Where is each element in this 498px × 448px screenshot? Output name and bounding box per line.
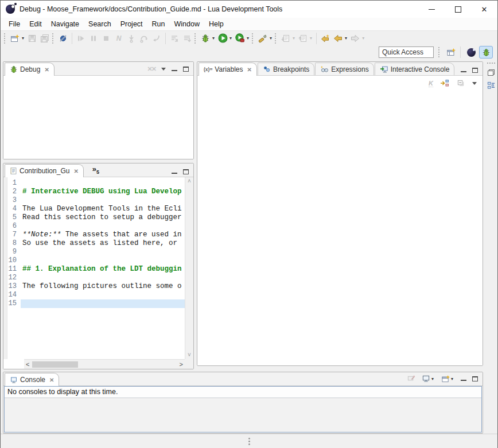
show-type-names-button[interactable]: K — [429, 80, 433, 87]
debug-button[interactable] — [199, 32, 212, 45]
close-tab-icon[interactable]: ✕ — [73, 168, 78, 174]
step-filters-button[interactable] — [168, 32, 181, 45]
step-into-button[interactable] — [125, 32, 138, 45]
editor-line[interactable]: 2# Interactive DEBUG using Lua Develop — [3, 188, 185, 196]
next-annotation-button[interactable] — [279, 32, 292, 45]
tab-interactive-console[interactable]: Interactive Console — [375, 63, 455, 75]
editor-line[interactable]: 11## 1. Explanation of the LDT debuggin — [3, 265, 185, 274]
previous-annotation-dropdown[interactable]: ▾ — [310, 36, 312, 41]
view-menu-button[interactable] — [161, 68, 166, 71]
editor-line[interactable]: 15 — [3, 299, 185, 308]
tab-contribution-guide[interactable]: Contribution_Gu ✕ — [5, 164, 84, 177]
back-button[interactable] — [332, 32, 344, 45]
minimize-view-button[interactable] — [172, 67, 177, 71]
scrollbar-track[interactable] — [31, 361, 177, 368]
menu-edit[interactable]: Edit — [25, 19, 46, 29]
run-dropdown[interactable]: ▾ — [229, 36, 232, 41]
line-number[interactable]: 3 — [3, 196, 21, 205]
editor-line[interactable]: 5Read this section to setup a debugger — [3, 213, 185, 222]
close-tab-icon[interactable]: ✕ — [44, 67, 49, 73]
close-tab-icon[interactable]: ✕ — [49, 377, 54, 383]
line-number[interactable]: 5 — [3, 213, 21, 222]
external-tools-button[interactable] — [256, 32, 269, 45]
debug-view-content[interactable] — [3, 76, 193, 159]
scrollbar-thumb[interactable] — [32, 361, 78, 368]
line-number[interactable]: 7 — [3, 231, 21, 239]
skip-all-breakpoints-button[interactable] — [57, 32, 69, 45]
menu-navigate[interactable]: Navigate — [46, 19, 84, 29]
previous-annotation-button[interactable] — [297, 32, 309, 45]
editor-horizontal-scrollbar[interactable]: ˂ ˃ — [24, 359, 185, 369]
suspend-button[interactable] — [87, 32, 100, 45]
open-console-dropdown[interactable]: ▾ — [451, 376, 453, 381]
editor-line[interactable]: 3 — [3, 196, 185, 205]
last-edit-location-button[interactable] — [319, 32, 332, 45]
line-number[interactable]: 8 — [3, 239, 21, 248]
maximize-window-button[interactable] — [445, 1, 471, 18]
editor-line[interactable]: 1 — [3, 179, 185, 188]
line-number[interactable]: 14 — [3, 291, 21, 299]
open-perspective-button[interactable] — [444, 46, 458, 59]
quick-access-input[interactable] — [379, 46, 434, 58]
coverage-button[interactable] — [234, 32, 246, 45]
next-annotation-dropdown[interactable]: ▾ — [293, 36, 295, 41]
toolbar-drag-handle[interactable] — [275, 33, 277, 44]
tab-overflow-indicator[interactable]: » 5 — [92, 166, 99, 177]
forward-button[interactable] — [349, 32, 361, 45]
scroll-up-icon[interactable]: ˄ — [188, 178, 191, 184]
editor-line[interactable]: 13The following pictures outline some o — [3, 282, 185, 291]
minimize-window-button[interactable] — [418, 1, 445, 18]
view-menu-button[interactable] — [472, 82, 477, 85]
debug-perspective-button[interactable] — [479, 46, 493, 59]
scroll-right-icon[interactable]: ˃ — [180, 361, 183, 367]
forward-dropdown[interactable]: ▾ — [362, 36, 364, 41]
toolbar-drag-handle[interactable] — [4, 33, 6, 44]
close-tab-icon[interactable]: ✕ — [247, 67, 252, 73]
outline-view-button[interactable] — [487, 81, 496, 89]
editor-line[interactable]: 8So use the assets as listed here, or — [3, 239, 185, 248]
line-number[interactable]: 15 — [3, 299, 21, 308]
maximize-view-button[interactable] — [472, 376, 478, 381]
maximize-view-button[interactable] — [183, 169, 189, 174]
menu-project[interactable]: Project — [116, 19, 147, 29]
editor-line[interactable]: 12 — [3, 274, 185, 282]
editor-text-area[interactable]: 12# Interactive DEBUG using Lua Develop3… — [3, 177, 185, 359]
menu-search[interactable]: Search — [84, 19, 116, 29]
editor-line[interactable]: 9 — [3, 248, 185, 256]
step-over-button[interactable] — [138, 32, 150, 45]
scroll-down-icon[interactable]: ˅ — [188, 352, 191, 358]
editor-line[interactable]: 10 — [3, 256, 185, 265]
open-console-button[interactable] — [441, 374, 450, 383]
line-number[interactable]: 2 — [3, 188, 21, 196]
maximize-view-button[interactable] — [183, 67, 189, 72]
line-number[interactable]: 9 — [3, 248, 21, 256]
back-dropdown[interactable]: ▾ — [345, 36, 347, 41]
menu-window[interactable]: Window — [170, 19, 204, 29]
minimize-view-button[interactable] — [461, 377, 466, 381]
lua-perspective-button[interactable] — [464, 46, 478, 59]
editor-line[interactable]: 6 — [3, 222, 185, 231]
line-number[interactable]: 6 — [3, 222, 21, 231]
terminate-button[interactable] — [100, 32, 112, 45]
toolbar-drag-handle[interactable] — [252, 33, 254, 44]
pin-console-button[interactable] — [407, 374, 416, 383]
debug-dropdown[interactable]: ▾ — [212, 36, 215, 41]
statusbar-drag-handle[interactable] — [248, 438, 250, 439]
new-wizard-dropdown[interactable]: ▾ — [22, 36, 24, 41]
save-button[interactable] — [26, 32, 38, 45]
line-number[interactable]: 13 — [3, 282, 21, 291]
line-number[interactable]: 4 — [3, 205, 21, 213]
external-tools-dropdown[interactable]: ▾ — [270, 36, 272, 41]
coverage-dropdown[interactable]: ▾ — [247, 36, 249, 41]
line-number[interactable]: 1 — [3, 179, 21, 188]
run-button[interactable] — [216, 32, 229, 45]
tab-variables[interactable]: (x)= Variables ✕ — [199, 63, 257, 76]
new-wizard-button[interactable] — [9, 32, 21, 45]
toolbar-drag-handle[interactable] — [52, 33, 54, 44]
toolbar-drag-handle[interactable] — [194, 33, 196, 44]
disconnect-button[interactable]: N — [112, 32, 125, 45]
drop-to-frame-button[interactable] — [181, 32, 193, 45]
editor-vertical-scrollbar[interactable]: ˄ ˅ — [185, 177, 193, 359]
editor-line[interactable]: 4The Lua Development Tools in the Ecli — [3, 205, 185, 213]
line-number[interactable]: 10 — [3, 256, 21, 265]
